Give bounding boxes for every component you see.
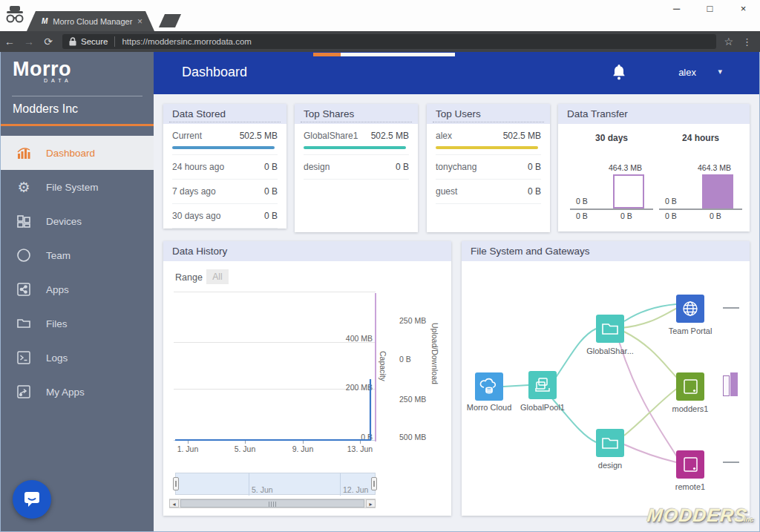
transfer-bar xyxy=(702,174,733,208)
incognito-icon xyxy=(5,4,24,26)
gateway-device-icon xyxy=(681,378,699,395)
sidebar-item-files[interactable]: Files xyxy=(1,306,154,341)
sidebar-item-label: File System xyxy=(46,182,99,193)
row-value: 0 B xyxy=(396,162,409,172)
browser-urlbar: ← → ⟳ Secure https://moddersinc.morrodat… xyxy=(0,31,760,52)
sidebar-item-logs[interactable]: Logs xyxy=(1,341,154,375)
node-globalpool1[interactable] xyxy=(528,371,557,399)
table-row: Current 502.5 MB xyxy=(172,124,278,155)
bar-value-label: 0 B xyxy=(710,211,721,220)
row-label: tonychang xyxy=(436,162,476,172)
minimize-button[interactable]: ─ xyxy=(660,0,693,19)
node-label: GlobalShar... xyxy=(574,347,646,355)
chart-title: 30 days xyxy=(570,133,653,143)
chart-scrollbar[interactable]: ◂ ▸ xyxy=(169,499,376,508)
card-file-system-gateways: File System and Gateways xyxy=(462,241,750,516)
loading-bar-white-segment xyxy=(341,53,455,56)
table-row: 7 days ago 0 B xyxy=(172,180,278,204)
cloud-icon xyxy=(479,378,499,395)
sidebar-item-label: Dashboard xyxy=(46,148,95,159)
bar-value-label: 0 B xyxy=(576,197,588,206)
row-label: guest xyxy=(436,186,457,197)
row-label: alex xyxy=(436,131,452,141)
navigator-label: 5. Jun xyxy=(252,485,273,494)
morro-favicon-icon: M xyxy=(42,17,48,25)
secure-label: Secure xyxy=(81,37,108,46)
card-title: Data Stored xyxy=(163,104,286,124)
node-morro-cloud[interactable] xyxy=(475,372,503,401)
sidebar-item-team[interactable]: Team xyxy=(1,238,154,272)
topology-edges xyxy=(462,261,750,516)
sidebar-item-my-apps[interactable]: My Apps xyxy=(1,375,154,409)
back-icon[interactable]: ← xyxy=(0,36,19,47)
user-menu[interactable]: alex xyxy=(678,67,696,78)
node-label: design xyxy=(574,461,646,470)
status-dash xyxy=(723,462,739,463)
row-value: 502.5 MB xyxy=(503,131,541,141)
row-label: 24 hours ago xyxy=(172,162,224,172)
sidebar-item-devices[interactable]: Devices xyxy=(1,204,154,238)
row-label: 30 days ago xyxy=(172,211,220,221)
scrollbar-thumb[interactable] xyxy=(180,499,364,508)
bar-value-label: 464.3 MB xyxy=(698,163,731,172)
progress-bar xyxy=(172,146,275,149)
node-label: GlobalPool1 xyxy=(507,403,578,412)
scroll-left-icon[interactable]: ◂ xyxy=(169,499,179,508)
watermark-subtext: inc xyxy=(744,516,754,523)
node-label: modders1 xyxy=(655,404,726,413)
bookmark-star-icon[interactable]: ☆ xyxy=(724,36,733,47)
tab-close-icon[interactable]: × xyxy=(137,16,142,27)
browser-window: M Morro Cloud Manager × ─ □ × ← → ⟳ Secu… xyxy=(0,0,760,532)
table-row: design 0 B xyxy=(304,155,409,180)
new-tab-button[interactable] xyxy=(159,14,181,27)
dashboard-content: Data Stored Current 502.5 MB 24 hours ag… xyxy=(154,94,759,531)
transfer-bar xyxy=(613,174,644,208)
row-value: 0 B xyxy=(528,162,541,172)
node-remote1[interactable] xyxy=(676,450,704,479)
scroll-right-icon[interactable]: ▸ xyxy=(366,499,376,508)
url-text[interactable]: https://moddersinc.morrodata.com xyxy=(122,37,252,46)
morro-logo: Morro DATA xyxy=(13,58,72,83)
sidebar-item-dashboard[interactable]: Dashboard xyxy=(1,136,154,170)
chart-title: 24 hours xyxy=(659,133,742,143)
capacity-line-series xyxy=(163,241,451,471)
maximize-button[interactable]: □ xyxy=(693,0,727,19)
chat-support-button[interactable] xyxy=(13,480,51,519)
browser-menu-icon[interactable]: ⋮ xyxy=(742,36,753,47)
watermark-text: MODDERS xyxy=(646,505,749,525)
sidebar-item-apps[interactable]: Apps xyxy=(1,272,154,306)
card-top-users: Top Users alex 502.5 MB tonychang 0 B xyxy=(427,104,550,232)
close-button[interactable]: × xyxy=(727,0,760,19)
row-label: 7 days ago xyxy=(172,186,216,197)
chevron-down-icon[interactable]: ▾ xyxy=(718,67,722,76)
navigator-left-handle[interactable] xyxy=(173,477,179,490)
sidebar-item-file-system[interactable]: ⚙ File System xyxy=(1,170,154,204)
browser-tab[interactable]: M Morro Cloud Manager × xyxy=(27,11,154,31)
folder-icon xyxy=(15,315,33,332)
node-design[interactable] xyxy=(596,429,624,457)
card-title: File System and Gateways xyxy=(462,241,750,261)
terminal-icon xyxy=(15,349,33,367)
node-modders1[interactable] xyxy=(676,372,704,401)
sidebar-item-label: My Apps xyxy=(46,387,85,398)
node-team-portal[interactable] xyxy=(676,295,704,323)
app-header: Dashboard alex ▾ xyxy=(154,52,759,94)
organization-name: Modders Inc xyxy=(13,102,78,116)
card-title: Top Users xyxy=(427,104,550,124)
row-value: 0 B xyxy=(528,186,541,197)
node-globalshare1[interactable] xyxy=(596,315,624,343)
modders-watermark: MODDERSinc xyxy=(646,505,756,526)
table-row: GlobalShare1 502.5 MB xyxy=(304,124,409,155)
dashboard-chart-icon xyxy=(15,144,33,162)
url-field[interactable]: Secure https://moddersinc.morrodata.com xyxy=(62,34,716,49)
scrollbar-grip xyxy=(269,502,276,507)
row-label: GlobalShare1 xyxy=(304,131,358,141)
team-circle-icon xyxy=(15,246,33,264)
topology-diagram: Morro Cloud GlobalPool1 xyxy=(462,261,750,516)
bar-value-label: 0 B xyxy=(665,211,677,220)
navigator-right-handle[interactable] xyxy=(371,477,377,490)
chart-navigator[interactable]: 5. Jun 12. Jun xyxy=(175,473,376,495)
notifications-bell-icon[interactable] xyxy=(611,63,627,81)
refresh-icon[interactable]: ⟳ xyxy=(39,36,58,47)
tab-title: Morro Cloud Manager xyxy=(53,17,133,26)
